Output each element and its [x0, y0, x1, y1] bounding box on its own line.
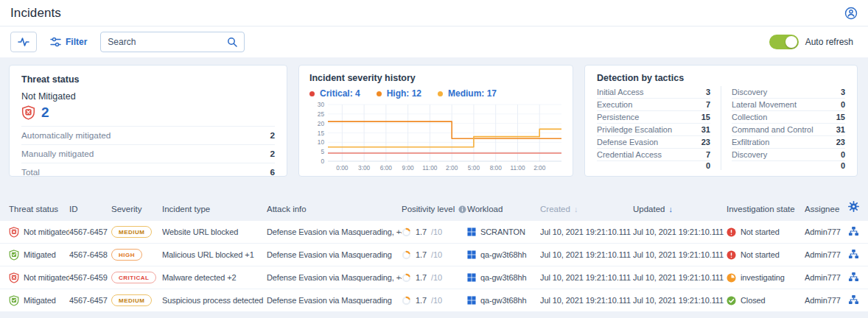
windows-icon — [467, 250, 476, 259]
row-actions-button[interactable] — [848, 249, 859, 261]
positivity-cell: 1.7/10 — [402, 227, 467, 237]
filter-label: Filter — [66, 37, 87, 47]
row-actions-button[interactable] — [848, 272, 859, 283]
table-row[interactable]: Mitigated 4567-6458 HIGH Malicious URL b… — [0, 244, 868, 266]
incident-type[interactable]: Malicious URL blocked +1 — [162, 250, 267, 259]
positivity-cell: 1.7/10 — [402, 273, 467, 283]
workload-cell[interactable]: qa-gw3t68hh — [467, 273, 540, 282]
threat-row-label: Automatically mitigated — [21, 130, 111, 141]
col-severity[interactable]: Severity — [111, 205, 162, 213]
col-workload[interactable]: Workload — [467, 205, 540, 213]
filter-button[interactable]: Filter — [50, 37, 87, 47]
attack-info[interactable]: Defense Evasion via Masquerading, +4 — [267, 227, 402, 236]
table-row[interactable]: Not mitigated 4567-6459 CRITICAL Malware… — [0, 266, 868, 289]
tactic-value: 15 — [701, 113, 710, 121]
incident-type[interactable]: Suspicious process detected — [162, 296, 267, 305]
auto-refresh: Auto refresh — [769, 35, 853, 49]
col-positivity-level[interactable]: Positivity level — [402, 205, 467, 213]
col-investigation-state[interactable]: Investigation state — [727, 205, 805, 213]
threat-status-cell: Not mitigated — [9, 227, 69, 238]
tactic-value: 31 — [701, 125, 710, 134]
attack-info[interactable]: Defense Evasion via Masquerading — [267, 250, 402, 259]
col-incident-type[interactable]: Incident type — [162, 205, 267, 213]
severity-badge: HIGH — [111, 249, 142, 261]
arc-gauge-icon — [402, 273, 411, 283]
incident-type[interactable]: Malware detected +2 — [162, 273, 267, 282]
severity-cell: MEDIUM — [111, 226, 162, 238]
tactic-row[interactable]: Lateral Movement0 — [732, 99, 845, 111]
row-actions-button[interactable] — [848, 226, 859, 238]
investigation-state-label: Not started — [741, 227, 780, 236]
tactic-label: Execution — [597, 100, 632, 109]
investigation-state-icon — [727, 273, 736, 283]
tactic-row[interactable]: Discovery3 — [732, 86, 845, 99]
threat-status-card: Threat status Not Mitigated 2 Automatica… — [9, 65, 287, 177]
investigation-state-icon — [727, 227, 736, 237]
table-row[interactable]: Not mitigated 4567-6457 MEDIUM Website U… — [0, 221, 868, 244]
org-tree-icon — [848, 249, 859, 259]
col-id[interactable]: ID — [69, 205, 111, 213]
threat-status-title: Threat status — [21, 74, 275, 85]
col-attack-info[interactable]: Attack info — [267, 205, 402, 213]
tactic-row[interactable]: Execution7 — [597, 99, 710, 111]
table-row[interactable]: Mitigated 4567-6457 MEDIUM Suspicious pr… — [0, 289, 868, 312]
svg-text:6:00: 6:00 — [380, 164, 393, 172]
workload-name: qa-gw3t68hh — [480, 250, 527, 259]
tactic-row[interactable]: Exfiltration23 — [732, 136, 845, 149]
threat-status-label: Not mitigated — [24, 227, 69, 236]
windows-icon — [467, 273, 476, 282]
threat-status-cell: Not mitigated — [9, 272, 69, 283]
col-assignee[interactable]: Assignee — [805, 205, 843, 213]
tactic-row[interactable]: Credential Access7 — [597, 149, 710, 161]
investigation-state-cell: Not started — [727, 227, 805, 237]
workload-cell[interactable]: qa-gw3t68hh — [467, 250, 540, 259]
auto-refresh-toggle[interactable] — [769, 35, 799, 49]
info-icon[interactable] — [458, 205, 466, 213]
assignee: Admin777 — [805, 273, 843, 282]
attack-info[interactable]: Defense Evasion via Masquerading, +4 — [267, 273, 402, 282]
tactic-row[interactable]: Command and Control31 — [732, 124, 845, 136]
investigation-state-cell: investigating — [727, 273, 805, 283]
tactic-label: Collection — [732, 113, 767, 121]
account-button[interactable] — [844, 7, 858, 20]
tactic-row[interactable]: Priviledge Escalation31 — [597, 124, 710, 136]
assignee: Admin777 — [805, 250, 843, 259]
positivity-scale: /10 — [431, 227, 442, 236]
svg-text:0: 0 — [321, 158, 324, 165]
row-actions-button[interactable] — [848, 294, 859, 306]
col-created[interactable]: Created ↓ — [540, 205, 633, 213]
activity-button[interactable] — [10, 32, 37, 52]
tactic-label: Priviledge Escalation — [597, 125, 672, 134]
tactic-label: Discovery — [732, 150, 767, 159]
attack-info[interactable]: Defense Evasion via Masquerading — [267, 296, 402, 305]
tactic-row[interactable]: Initial Access3 — [597, 86, 710, 99]
legend-item[interactable]: High: 12 — [377, 88, 421, 99]
tactic-row[interactable]: Persistence15 — [597, 111, 710, 124]
col-threat-status[interactable]: Threat status — [9, 205, 69, 213]
incident-id: 4567-6459 — [69, 273, 111, 282]
incident-type[interactable]: Website URL blocked — [162, 227, 267, 236]
svg-text:3:00: 3:00 — [358, 164, 371, 172]
tactic-row[interactable]: Discovery0 — [732, 149, 845, 161]
investigation-state-icon — [727, 250, 736, 260]
tactic-value: 0 — [706, 161, 710, 170]
workload-cell[interactable]: SCRANTON — [467, 227, 540, 236]
table-settings-button[interactable] — [848, 201, 859, 213]
col-updated[interactable]: Updated ↓ — [633, 205, 727, 213]
search-input[interactable] — [108, 37, 227, 47]
search-box — [100, 32, 245, 52]
tactic-row[interactable]: Defense Evasion23 — [597, 136, 710, 149]
legend-item[interactable]: Critical: 4 — [309, 88, 360, 99]
tactic-value: 31 — [836, 125, 845, 134]
svg-text:8:00: 8:00 — [490, 164, 503, 172]
threat-row-total: Total 6 — [21, 163, 275, 177]
org-tree-icon — [848, 226, 859, 236]
search-icon[interactable] — [227, 37, 237, 47]
gear-icon — [848, 201, 859, 212]
legend-dot — [438, 91, 443, 96]
legend-item[interactable]: Medium: 17 — [438, 88, 497, 99]
assignee: Admin777 — [805, 296, 843, 305]
tactic-row[interactable]: Collection15 — [732, 111, 845, 124]
not-mitigated-count[interactable]: 2 — [41, 105, 49, 121]
workload-cell[interactable]: qa-gw3t68hh — [467, 296, 540, 305]
